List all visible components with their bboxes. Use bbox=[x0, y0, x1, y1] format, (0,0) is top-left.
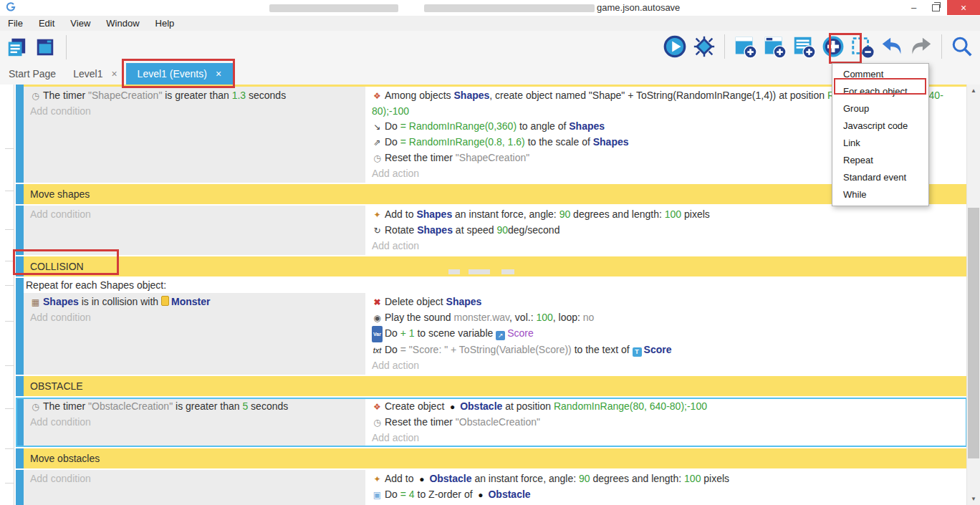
event-selection-bar[interactable] bbox=[16, 376, 24, 396]
event-text: to angle of bbox=[517, 120, 569, 132]
tab-level1[interactable]: Level1× bbox=[64, 63, 125, 85]
play-button[interactable] bbox=[663, 34, 687, 59]
comment-block: Move shapes bbox=[16, 184, 967, 204]
tab-start-page[interactable]: Start Page bbox=[0, 63, 64, 85]
add-condition-button[interactable]: Add condition bbox=[30, 415, 365, 430]
event-text: RandomInRange(80, 640-80);-100 bbox=[554, 400, 707, 412]
menu-help[interactable]: Help bbox=[148, 16, 183, 31]
event-selection-bar[interactable] bbox=[16, 448, 24, 468]
search-button[interactable] bbox=[950, 34, 974, 59]
menu-item-repeat[interactable]: Repeat bbox=[832, 152, 928, 169]
menu-item-while[interactable]: While bbox=[832, 186, 928, 203]
debug-icon bbox=[692, 34, 716, 59]
tab-level1-events[interactable]: Level1 (Events)× bbox=[126, 63, 233, 85]
project-manager-button[interactable] bbox=[6, 37, 27, 58]
undo-button[interactable] bbox=[880, 34, 904, 59]
timer-icon: ◷ bbox=[30, 89, 41, 104]
vertical-scrollbar[interactable]: ▲ ▼ bbox=[966, 85, 980, 505]
menu-item-for-each-object[interactable]: For each object bbox=[832, 83, 928, 100]
action-row[interactable]: ✦Add to ●Obstacle an instant force, angl… bbox=[372, 471, 961, 487]
menu-file[interactable]: File bbox=[0, 16, 31, 31]
action-row[interactable]: txtDo = "Score: " + ToString(Variable(Sc… bbox=[372, 342, 961, 358]
force-icon: ✦ bbox=[372, 208, 383, 223]
scrollbar-up-icon[interactable]: ▲ bbox=[967, 85, 980, 96]
menu-item-standard-event[interactable]: Standard event bbox=[832, 169, 928, 186]
add-action-button[interactable]: Add action bbox=[372, 358, 961, 373]
remove-event-button[interactable] bbox=[850, 34, 875, 59]
action-row[interactable]: ◉Play the sound monster.wav, vol.: 100, … bbox=[372, 310, 961, 326]
add-action-button[interactable]: Add action bbox=[372, 431, 961, 446]
add-comment-button[interactable] bbox=[792, 34, 816, 59]
event-selection-bar[interactable] bbox=[16, 398, 24, 447]
condition-row[interactable]: ◷The timer "ObstacleCreation" is greater… bbox=[30, 399, 365, 415]
action-row[interactable]: ▣Do = 4 to Z-order of ●Obstacle bbox=[372, 487, 961, 503]
debug-button[interactable] bbox=[692, 34, 716, 59]
add-condition-button[interactable]: Add condition bbox=[30, 471, 365, 486]
action-row[interactable]: ↻Rotate Shapes at speed 90deg/second bbox=[372, 223, 961, 239]
event-text: to Z-order of bbox=[415, 489, 476, 500]
maximize-button[interactable] bbox=[925, 0, 947, 15]
event-text: The timer bbox=[43, 90, 88, 101]
action-row[interactable]: ❖Create object ●Obstacle at position Ran… bbox=[372, 399, 961, 415]
event-text: Obstacle bbox=[460, 400, 502, 412]
action-row[interactable]: ✖Delete object Shapes bbox=[372, 294, 961, 310]
comment-block: OBSTACLE bbox=[16, 376, 967, 396]
timer-icon: ◷ bbox=[30, 400, 41, 415]
for-each-header[interactable]: Repeat for each Shapes object: bbox=[24, 278, 967, 293]
event-selection-bar[interactable] bbox=[16, 184, 24, 204]
event-selection-bar[interactable] bbox=[16, 256, 24, 276]
tab-close-icon[interactable]: × bbox=[111, 68, 117, 80]
menu-view[interactable]: View bbox=[62, 16, 98, 31]
tree-tick bbox=[5, 285, 14, 286]
ui-artifact bbox=[469, 269, 490, 274]
menu-item-comment[interactable]: Comment bbox=[832, 66, 928, 83]
scenevar-icon: ↗ bbox=[496, 331, 505, 340]
add-sub-event-button[interactable] bbox=[762, 34, 787, 59]
tab-close-icon[interactable]: × bbox=[216, 68, 221, 80]
condition-row[interactable]: ◷The timer "ShapeCreation" is greater th… bbox=[30, 88, 365, 104]
action-row[interactable]: ◷Reset the timer "ObstacleCreation" bbox=[372, 415, 961, 431]
add-condition-button[interactable]: Add condition bbox=[30, 207, 365, 222]
menu-item-link[interactable]: Link bbox=[832, 135, 928, 152]
add-event-button[interactable] bbox=[733, 34, 757, 59]
add-condition-button[interactable]: Add condition bbox=[30, 104, 365, 119]
comment-row[interactable]: OBSTACLE bbox=[24, 376, 967, 396]
condition-row[interactable]: ▦Shapes is in collision with Monster bbox=[30, 294, 365, 310]
event-text: deg/second bbox=[508, 224, 559, 236]
menu-item-group[interactable]: Group bbox=[832, 100, 928, 117]
event-text: Shapes bbox=[593, 136, 629, 148]
event-text: an instant force, angle: bbox=[472, 473, 579, 484]
scrollbar-down-icon[interactable]: ▼ bbox=[967, 494, 980, 504]
event-selection-bar[interactable] bbox=[16, 470, 24, 505]
redo-button[interactable] bbox=[909, 34, 933, 59]
event-text: to the scale of bbox=[525, 136, 593, 148]
add-condition-button[interactable]: Add condition bbox=[30, 310, 365, 325]
scene-editor-button[interactable] bbox=[34, 37, 56, 58]
close-button[interactable]: × bbox=[947, 0, 980, 15]
minimize-button[interactable]: – bbox=[903, 0, 925, 15]
maximize-icon bbox=[932, 4, 940, 11]
action-row[interactable]: VarDo + 1 to scene variable ↗Score bbox=[372, 326, 961, 342]
add-other-event-button[interactable] bbox=[821, 34, 845, 59]
event-selection-bar[interactable] bbox=[16, 87, 24, 183]
timer-icon: ◷ bbox=[372, 151, 383, 166]
add-action-button[interactable]: Add action bbox=[372, 239, 961, 254]
event-selection-bar[interactable] bbox=[16, 206, 24, 255]
event-selection-bar[interactable] bbox=[16, 278, 24, 375]
create-icon: ❖ bbox=[372, 400, 383, 415]
event-text: monster.wav bbox=[454, 312, 510, 323]
actions-column: ✦Add to Shapes an instant force, angle: … bbox=[365, 206, 967, 255]
menu-window[interactable]: Window bbox=[98, 16, 147, 31]
event-text: + 1 bbox=[400, 327, 415, 339]
scrollbar-thumb[interactable] bbox=[968, 208, 979, 458]
event-text: no bbox=[583, 312, 595, 323]
comment-row[interactable]: Move obstacles bbox=[24, 448, 967, 468]
comment-row[interactable]: Move shapes bbox=[24, 184, 967, 204]
comment-row[interactable]: COLLISION bbox=[24, 256, 967, 276]
event-text: degrees and length: bbox=[590, 473, 685, 484]
menu-item-javascript-code[interactable]: Javascript code bbox=[832, 117, 928, 135]
event-text: "ObstacleCreation" bbox=[88, 400, 173, 412]
action-row[interactable]: ✦Add to Shapes an instant force, angle: … bbox=[372, 207, 961, 223]
placeholder-text: Add action bbox=[372, 168, 419, 179]
menu-edit[interactable]: Edit bbox=[31, 16, 62, 31]
